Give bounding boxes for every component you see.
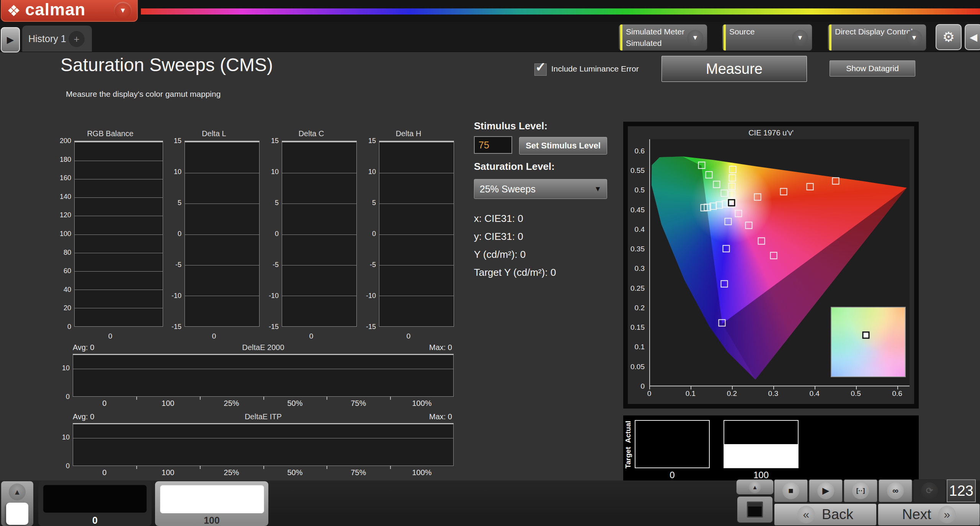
chart-title: DeltaE ITP xyxy=(73,412,454,421)
target-marker xyxy=(713,181,720,188)
target-marker xyxy=(698,162,705,169)
stop-button[interactable]: ■ xyxy=(774,479,808,502)
set-stimulus-level-button[interactable]: Set Stimulus Level xyxy=(519,137,607,155)
target-marker xyxy=(720,280,728,288)
chart-title: RGB Balance xyxy=(57,129,163,138)
source-dropdown[interactable]: Source ▼ xyxy=(722,24,812,51)
target-marker xyxy=(728,191,735,198)
chart-x-label: 0 xyxy=(266,332,357,340)
play-button[interactable]: ▶ xyxy=(809,479,843,502)
meter-dropdown-line1: Simulated Meter xyxy=(626,26,684,37)
target-marker xyxy=(723,245,730,252)
range-step-button[interactable]: [··] xyxy=(844,479,877,502)
measure-button[interactable]: Measure xyxy=(662,56,807,82)
target-marker xyxy=(705,171,712,179)
chart-title: Delta H xyxy=(363,129,454,138)
level-swatch-100 xyxy=(724,420,799,468)
max-readout: Max: 0 xyxy=(429,343,452,352)
pattern-tile-0[interactable]: 0 xyxy=(38,481,152,526)
next-button-label: Next xyxy=(902,506,931,523)
display-status-stripe xyxy=(829,24,831,50)
refresh-button[interactable]: ⟳ xyxy=(913,479,946,502)
pattern-scroll-up-tile[interactable]: ▲ xyxy=(1,481,33,526)
target-marker xyxy=(728,182,736,190)
scroll-up-button[interactable]: ▲ xyxy=(736,479,774,495)
chevron-down-icon: ▼ xyxy=(594,185,601,193)
target-marker xyxy=(729,174,736,182)
measurement-counter: 123 xyxy=(947,479,976,502)
back-button[interactable]: « Back xyxy=(774,503,877,526)
up-arrow-icon: ▲ xyxy=(13,488,21,497)
window-square-icon xyxy=(747,502,763,518)
delta-h-chart: Delta H 151050-5-10-15 0 xyxy=(363,129,454,340)
chevron-down-icon: ▼ xyxy=(792,30,808,46)
level-label: 0 xyxy=(635,470,710,480)
show-datagrid-button[interactable]: Show Datagrid xyxy=(830,60,915,77)
chart-plot-area xyxy=(73,354,454,397)
target-marker xyxy=(729,166,737,173)
page-title: Saturation Sweeps (CMS) xyxy=(60,54,273,75)
play-right-icon: ▶ xyxy=(7,34,14,45)
actual-row-label: Actual xyxy=(624,421,632,443)
refresh-icon: ⟳ xyxy=(926,486,933,496)
stimulus-level-label: Stimulus Level: xyxy=(474,120,547,132)
cie-plot-area xyxy=(649,139,910,386)
gear-icon: ⚙ xyxy=(942,29,955,45)
up-arrow-icon: ▲ xyxy=(752,484,758,490)
pattern-label: 0 xyxy=(38,515,152,526)
next-button[interactable]: Next » xyxy=(878,503,980,526)
cie-x-axis: 00.10.20.30.40.50.6 xyxy=(649,387,910,399)
chart-plot-area xyxy=(74,141,163,327)
saturation-level-value: 25% Sweeps xyxy=(480,184,536,195)
pattern-window-button[interactable] xyxy=(736,495,774,524)
tab-strip: ▶ History 1 + Simulated Meter Simulated … xyxy=(0,22,980,52)
expand-panel-button[interactable]: ▶ xyxy=(1,27,20,52)
chart-plot-area xyxy=(185,141,260,327)
pattern-tile-100[interactable]: 100 xyxy=(155,481,268,526)
readout-y-cie31: y: CIE31: 0 xyxy=(474,231,523,243)
chevron-left-icon: ◀ xyxy=(970,31,977,43)
infinity-icon: ∞ xyxy=(892,486,898,496)
current-point-marker xyxy=(728,199,735,206)
collapse-panel-button[interactable]: ◀ xyxy=(965,24,980,50)
meter-dropdown-line2: Simulated xyxy=(626,37,684,49)
play-icon: ▶ xyxy=(823,486,829,496)
calman-menu-button[interactable]: ❖ calman ▼ xyxy=(1,0,138,22)
display-dropdown-label: Direct Display Control xyxy=(835,26,913,37)
stimulus-level-input[interactable]: 75 xyxy=(474,136,512,154)
include-luminance-error-label: Include Luminance Error xyxy=(551,64,639,73)
chart-x-label: 0 xyxy=(57,332,163,340)
meter-status-stripe xyxy=(620,24,622,50)
target-marker xyxy=(758,237,765,244)
chevrons-left-icon: « xyxy=(803,508,810,521)
rgb-balance-chart: RGB Balance 200180160140120100806040200 … xyxy=(57,129,163,340)
plus-icon: + xyxy=(74,33,79,45)
add-tab-button[interactable]: + xyxy=(68,31,85,47)
white-patch-thumbnail xyxy=(6,503,28,525)
level-swatch-0 xyxy=(635,420,710,468)
loop-button[interactable]: ∞ xyxy=(879,479,912,502)
target-marker xyxy=(745,221,753,229)
max-readout: Max: 0 xyxy=(429,412,452,421)
source-status-stripe xyxy=(724,24,726,50)
include-luminance-error-checkbox[interactable]: ✓ xyxy=(534,64,547,76)
target-marker xyxy=(832,178,840,185)
settings-button[interactable]: ⚙ xyxy=(936,24,962,50)
chevrons-right-icon: » xyxy=(944,508,950,521)
chart-title: Delta C xyxy=(266,129,357,138)
saturation-level-select[interactable]: 25% Sweeps ▼ xyxy=(474,179,607,199)
back-button-label: Back xyxy=(822,506,853,523)
chart-plot-area xyxy=(379,141,454,327)
calman-menu-dropdown-icon[interactable]: ▼ xyxy=(114,2,132,20)
target-marker xyxy=(725,218,732,225)
source-dropdown-label: Source xyxy=(729,26,755,37)
calman-logo-icon: ❖ xyxy=(7,3,21,18)
chart-plot-area xyxy=(73,423,454,466)
readout-luminance: Y (cd/m²): 0 xyxy=(474,249,526,261)
saturation-level-label: Saturation Level: xyxy=(474,161,555,173)
pattern-swatch xyxy=(43,485,147,513)
check-icon: ✓ xyxy=(535,59,546,75)
target-marker xyxy=(806,183,813,190)
display-control-dropdown[interactable]: Direct Display Control ▼ xyxy=(828,24,926,51)
meter-dropdown[interactable]: Simulated Meter Simulated ▼ xyxy=(619,24,707,51)
